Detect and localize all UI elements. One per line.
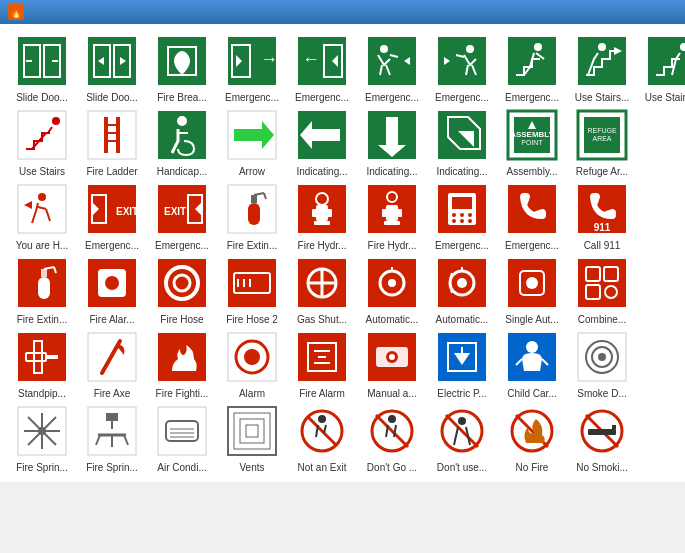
icon-cell-single-auto[interactable]: Single Aut... xyxy=(498,254,566,326)
icon-cell-fire-extinguisher[interactable]: Fire Extin... xyxy=(218,180,286,252)
icon-cell-indicating-down[interactable]: Indicating... xyxy=(358,106,426,178)
icon-cell-fire-sprinkler2[interactable]: Fire Sprin... xyxy=(78,402,146,474)
icon-cell-emergency-phone[interactable]: Emergenc... xyxy=(428,180,496,252)
svg-text:←|→: ←|→ xyxy=(35,84,49,90)
icon-label-slide-door-left: Slide Doo... xyxy=(16,92,68,104)
svg-point-34 xyxy=(52,117,60,125)
icon-cell-use-stairs2[interactable]: Use Stairs... xyxy=(638,32,685,104)
icon-box-fire-hose xyxy=(153,254,211,312)
icon-box-use-stairs-up xyxy=(573,32,631,90)
svg-rect-74 xyxy=(248,203,260,225)
icon-box-fire-extinguisher xyxy=(223,180,281,238)
icon-cell-gas-shut[interactable]: Gas Shut... xyxy=(288,254,356,326)
icon-cell-emergency-exit-fire2[interactable]: EXITEmergenc... xyxy=(148,180,216,252)
icon-label-slide-door-right: Slide Doo... xyxy=(86,92,138,104)
icon-cell-handicap[interactable]: Handicap... xyxy=(148,106,216,178)
icon-label-emergency-phone2: Emergenc... xyxy=(505,240,559,252)
icon-cell-electric-panel[interactable]: Electric P... xyxy=(428,328,496,400)
icon-cell-fire-hose[interactable]: Fire Hose xyxy=(148,254,216,326)
icon-box-emergency-phone xyxy=(433,180,491,238)
icon-cell-fire-hydrant[interactable]: Fire Hydr... xyxy=(288,180,356,252)
icon-box-call-911: 911 xyxy=(573,180,631,238)
svg-point-21 xyxy=(380,45,388,53)
icon-box-dont-go xyxy=(363,402,421,460)
icon-cell-empty5[interactable] xyxy=(638,402,685,474)
icon-cell-fire-ladder[interactable]: Fire Ladder xyxy=(78,106,146,178)
icon-cell-fire-alarm-box[interactable]: Fire Alarm xyxy=(288,328,356,400)
icon-cell-indicating-left[interactable]: Indicating... xyxy=(288,106,356,178)
icon-cell-assembly-point[interactable]: ASSEMBLYPOINTAssembly... xyxy=(498,106,566,178)
icon-cell-fire-break[interactable]: Fire Brea... xyxy=(148,32,216,104)
icon-cell-use-stairs-up[interactable]: Use Stairs... xyxy=(568,32,636,104)
icon-cell-slide-door-right[interactable]: Slide Doo... xyxy=(78,32,146,104)
icon-cell-arrow-right[interactable]: Arrow xyxy=(218,106,286,178)
icon-cell-emergency-run-right[interactable]: Emergenc... xyxy=(428,32,496,104)
icon-cell-you-are-here[interactable]: You are H... xyxy=(8,180,76,252)
icon-cell-call-911[interactable]: 911Call 911 xyxy=(568,180,636,252)
icon-box-fire-sprinkler2 xyxy=(83,402,141,460)
icon-cell-emergency-run-left[interactable]: Emergenc... xyxy=(358,32,426,104)
icon-label-indicating-left: Indicating... xyxy=(296,166,347,178)
icon-cell-fire-fighting[interactable]: Fire Fighti... xyxy=(148,328,216,400)
icon-cell-dont-use[interactable]: Don't use... xyxy=(428,402,496,474)
icon-cell-air-conditioner[interactable]: Air Condi... xyxy=(148,402,216,474)
icon-cell-child-care[interactable]: Child Car... xyxy=(498,328,566,400)
icon-cell-smoke-detector[interactable]: Smoke D... xyxy=(568,328,636,400)
icon-label-fire-break: Fire Brea... xyxy=(157,92,206,104)
icon-cell-no-smoking[interactable]: No Smoki... xyxy=(568,402,636,474)
icon-cell-emergency-exit-right[interactable]: ←Emergenc... xyxy=(288,32,356,104)
svg-rect-99 xyxy=(508,185,556,233)
title-icon: 🔥 xyxy=(8,4,24,20)
icon-cell-indicating-diag[interactable]: Indicating... xyxy=(428,106,496,178)
svg-text:←: ← xyxy=(302,49,320,69)
icon-box-assembly-point: ASSEMBLYPOINT xyxy=(503,106,561,164)
icon-box-indicating-down xyxy=(363,106,421,164)
icon-cell-fire-alarm[interactable]: Fire Alar... xyxy=(78,254,146,326)
svg-rect-82 xyxy=(314,221,330,225)
icon-label-dont-use: Don't use... xyxy=(437,462,487,474)
icon-cell-fire-sprinkler[interactable]: Fire Sprin... xyxy=(8,402,76,474)
icon-box-fire-sprinkler xyxy=(13,402,71,460)
icon-cell-empty2[interactable] xyxy=(638,180,685,252)
icon-label-fire-hose: Fire Hose xyxy=(160,314,203,326)
icon-cell-combined[interactable]: Combine... xyxy=(568,254,636,326)
svg-rect-102 xyxy=(648,185,685,233)
icon-cell-emergency-stairs[interactable]: Emergenc... xyxy=(498,32,566,104)
icon-box-smoke-detector xyxy=(573,328,631,386)
icon-cell-empty4[interactable] xyxy=(638,328,685,400)
icon-cell-fire-extinguisher-red[interactable]: Fire Extin... xyxy=(8,254,76,326)
icon-cell-automatic2[interactable]: Automatic... xyxy=(428,254,496,326)
icon-cell-alarm-bell[interactable]: Alarm xyxy=(218,328,286,400)
icon-label-fire-extinguisher: Fire Extin... xyxy=(227,240,278,252)
icon-label-vents: Vents xyxy=(239,462,264,474)
icon-cell-fire-hose2[interactable]: Fire Hose 2 xyxy=(218,254,286,326)
icon-cell-not-an-exit[interactable]: Not an Exit xyxy=(288,402,356,474)
icon-cell-manual-alarm[interactable]: Manual a... xyxy=(358,328,426,400)
icon-box-emergency-phone2 xyxy=(503,180,561,238)
icon-label-fire-sprinkler2: Fire Sprin... xyxy=(86,462,138,474)
icon-cell-empty3[interactable] xyxy=(638,254,685,326)
icon-box-alarm-bell xyxy=(223,328,281,386)
icon-cell-dont-go[interactable]: Don't Go ... xyxy=(358,402,426,474)
icon-box-automatic1 xyxy=(363,254,421,312)
icon-cell-vents[interactable]: Vents xyxy=(218,402,286,474)
icon-cell-fire-hydrant2[interactable]: Fire Hydr... xyxy=(358,180,426,252)
svg-rect-86 xyxy=(382,209,388,217)
svg-rect-178 xyxy=(106,413,118,421)
icon-label-smoke-detector: Smoke D... xyxy=(577,388,626,400)
icon-cell-emergency-exit-fire[interactable]: EXITEmergenc... xyxy=(78,180,146,252)
icon-box-vents xyxy=(223,402,281,460)
svg-rect-212 xyxy=(612,425,616,429)
icon-cell-emergency-exit-left[interactable]: →Emergenc... xyxy=(218,32,286,104)
icon-cell-automatic1[interactable]: Automatic... xyxy=(358,254,426,326)
icon-cell-standpipe[interactable]: Standpip... xyxy=(8,328,76,400)
icon-label-standpipe: Standpip... xyxy=(18,388,66,400)
icon-label-fire-extinguisher-red: Fire Extin... xyxy=(17,314,68,326)
icon-cell-emergency-phone2[interactable]: Emergenc... xyxy=(498,180,566,252)
icon-cell-use-stairs[interactable]: Use Stairs xyxy=(8,106,76,178)
icon-cell-slide-door-left[interactable]: ←|→Slide Doo... xyxy=(8,32,76,104)
icon-cell-empty1[interactable] xyxy=(638,106,685,178)
icon-cell-fire-axe[interactable]: Fire Axe xyxy=(78,328,146,400)
icon-cell-refuge-area[interactable]: REFUGEAREARefuge Ar... xyxy=(568,106,636,178)
icon-cell-no-fire[interactable]: No Fire xyxy=(498,402,566,474)
